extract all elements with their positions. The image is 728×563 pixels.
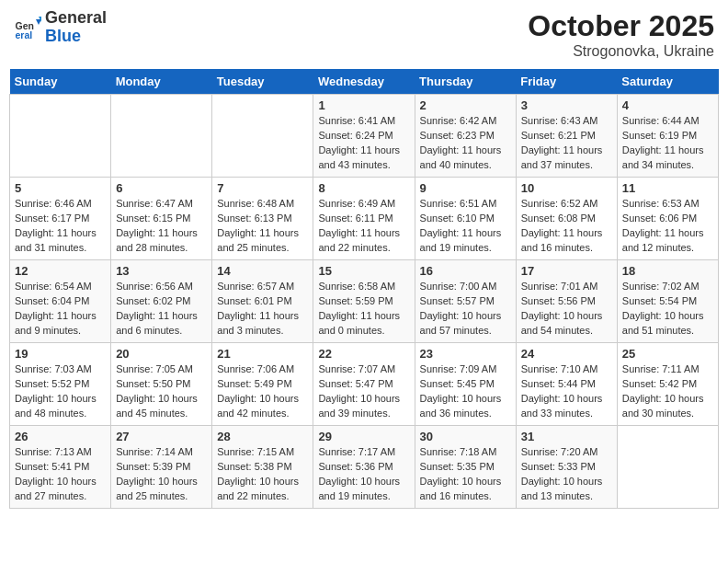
day-number: 6 [116, 181, 207, 195]
day-info: Sunrise: 6:58 AM Sunset: 5:59 PM Dayligh… [318, 280, 409, 339]
calendar-cell: 20Sunrise: 7:05 AM Sunset: 5:50 PM Dayli… [111, 343, 212, 426]
calendar-week-5: 26Sunrise: 7:13 AM Sunset: 5:41 PM Dayli… [10, 426, 719, 509]
calendar-cell: 18Sunrise: 7:02 AM Sunset: 5:54 PM Dayli… [617, 260, 718, 343]
day-info: Sunrise: 7:13 AM Sunset: 5:41 PM Dayligh… [15, 445, 106, 504]
calendar-cell: 14Sunrise: 6:57 AM Sunset: 6:01 PM Dayli… [212, 260, 313, 343]
calendar-cell: 22Sunrise: 7:07 AM Sunset: 5:47 PM Dayli… [313, 343, 415, 426]
day-info: Sunrise: 7:05 AM Sunset: 5:50 PM Dayligh… [116, 362, 207, 421]
calendar-cell [617, 426, 718, 509]
calendar-cell: 8Sunrise: 6:49 AM Sunset: 6:11 PM Daylig… [313, 178, 415, 260]
logo-general-text: General [45, 9, 107, 28]
day-number: 5 [15, 181, 106, 195]
day-number: 14 [217, 264, 308, 278]
calendar-cell: 15Sunrise: 6:58 AM Sunset: 5:59 PM Dayli… [313, 260, 415, 343]
calendar-cell: 27Sunrise: 7:14 AM Sunset: 5:39 PM Dayli… [111, 426, 212, 509]
month-title: October 2025 [528, 9, 714, 43]
day-info: Sunrise: 7:00 AM Sunset: 5:57 PM Dayligh… [420, 280, 511, 339]
weekday-header-row: SundayMondayTuesdayWednesdayThursdayFrid… [10, 69, 719, 95]
calendar-cell [212, 95, 313, 178]
day-number: 29 [318, 430, 409, 443]
day-info: Sunrise: 6:49 AM Sunset: 6:11 PM Dayligh… [318, 197, 409, 256]
location-subtitle: Strogonovka, Ukraine [528, 43, 714, 60]
calendar-cell: 28Sunrise: 7:15 AM Sunset: 5:38 PM Dayli… [212, 426, 313, 509]
day-info: Sunrise: 6:47 AM Sunset: 6:15 PM Dayligh… [116, 197, 207, 256]
day-info: Sunrise: 7:10 AM Sunset: 5:44 PM Dayligh… [521, 362, 612, 421]
calendar-cell: 21Sunrise: 7:06 AM Sunset: 5:49 PM Dayli… [212, 343, 313, 426]
day-number: 25 [622, 347, 713, 361]
weekday-header-friday: Friday [516, 69, 617, 95]
day-number: 10 [521, 181, 612, 195]
day-info: Sunrise: 7:15 AM Sunset: 5:38 PM Dayligh… [217, 445, 308, 504]
day-info: Sunrise: 7:09 AM Sunset: 5:45 PM Dayligh… [420, 362, 511, 421]
calendar-cell: 19Sunrise: 7:03 AM Sunset: 5:52 PM Dayli… [10, 343, 111, 426]
day-info: Sunrise: 7:01 AM Sunset: 5:56 PM Dayligh… [521, 280, 612, 339]
day-info: Sunrise: 7:07 AM Sunset: 5:47 PM Dayligh… [318, 362, 409, 421]
page-header: Gen eral General Blue October 2025 Strog… [9, 9, 719, 60]
calendar-cell: 13Sunrise: 6:56 AM Sunset: 6:02 PM Dayli… [111, 260, 212, 343]
day-number: 24 [521, 347, 612, 361]
day-number: 8 [318, 181, 409, 195]
calendar-cell: 25Sunrise: 7:11 AM Sunset: 5:42 PM Dayli… [617, 343, 718, 426]
logo-blue-text: Blue [45, 28, 107, 46]
calendar-cell: 12Sunrise: 6:54 AM Sunset: 6:04 PM Dayli… [10, 260, 111, 343]
day-info: Sunrise: 6:52 AM Sunset: 6:08 PM Dayligh… [521, 197, 612, 256]
day-info: Sunrise: 7:14 AM Sunset: 5:39 PM Dayligh… [116, 445, 207, 504]
calendar-cell: 4Sunrise: 6:44 AM Sunset: 6:19 PM Daylig… [617, 95, 718, 178]
day-info: Sunrise: 6:57 AM Sunset: 6:01 PM Dayligh… [217, 280, 308, 339]
weekday-header-monday: Monday [111, 69, 212, 95]
day-number: 15 [318, 264, 409, 278]
calendar-week-4: 19Sunrise: 7:03 AM Sunset: 5:52 PM Dayli… [10, 343, 719, 426]
calendar-cell: 17Sunrise: 7:01 AM Sunset: 5:56 PM Dayli… [516, 260, 617, 343]
day-info: Sunrise: 6:44 AM Sunset: 6:19 PM Dayligh… [622, 114, 713, 173]
day-number: 23 [420, 347, 511, 361]
calendar-cell: 16Sunrise: 7:00 AM Sunset: 5:57 PM Dayli… [415, 260, 516, 343]
day-number: 9 [420, 181, 511, 195]
day-info: Sunrise: 6:53 AM Sunset: 6:06 PM Dayligh… [622, 197, 713, 256]
day-number: 22 [318, 347, 409, 361]
day-info: Sunrise: 6:51 AM Sunset: 6:10 PM Dayligh… [420, 197, 511, 256]
calendar-cell: 23Sunrise: 7:09 AM Sunset: 5:45 PM Dayli… [415, 343, 516, 426]
day-info: Sunrise: 7:06 AM Sunset: 5:49 PM Dayligh… [217, 362, 308, 421]
day-number: 7 [217, 181, 308, 195]
day-number: 1 [318, 98, 409, 112]
logo-icon: Gen eral [14, 14, 41, 41]
day-info: Sunrise: 7:03 AM Sunset: 5:52 PM Dayligh… [15, 362, 106, 421]
day-number: 31 [521, 430, 612, 443]
calendar-cell: 10Sunrise: 6:52 AM Sunset: 6:08 PM Dayli… [516, 178, 617, 260]
day-info: Sunrise: 6:42 AM Sunset: 6:23 PM Dayligh… [420, 114, 511, 173]
day-number: 20 [116, 347, 207, 361]
calendar-cell: 2Sunrise: 6:42 AM Sunset: 6:23 PM Daylig… [415, 95, 516, 178]
day-number: 2 [420, 98, 511, 112]
calendar-cell: 24Sunrise: 7:10 AM Sunset: 5:44 PM Dayli… [516, 343, 617, 426]
calendar-cell: 11Sunrise: 6:53 AM Sunset: 6:06 PM Dayli… [617, 178, 718, 260]
calendar-cell: 6Sunrise: 6:47 AM Sunset: 6:15 PM Daylig… [111, 178, 212, 260]
day-number: 26 [15, 430, 106, 443]
weekday-header-saturday: Saturday [617, 69, 718, 95]
weekday-header-wednesday: Wednesday [313, 69, 415, 95]
day-number: 18 [622, 264, 713, 278]
calendar-cell: 9Sunrise: 6:51 AM Sunset: 6:10 PM Daylig… [415, 178, 516, 260]
day-info: Sunrise: 6:43 AM Sunset: 6:21 PM Dayligh… [521, 114, 612, 173]
day-info: Sunrise: 7:18 AM Sunset: 5:35 PM Dayligh… [420, 445, 511, 504]
calendar-week-1: 1Sunrise: 6:41 AM Sunset: 6:24 PM Daylig… [10, 95, 719, 178]
calendar-cell: 31Sunrise: 7:20 AM Sunset: 5:33 PM Dayli… [516, 426, 617, 509]
day-info: Sunrise: 7:02 AM Sunset: 5:54 PM Dayligh… [622, 280, 713, 339]
day-info: Sunrise: 6:46 AM Sunset: 6:17 PM Dayligh… [15, 197, 106, 256]
logo: Gen eral General Blue [14, 9, 107, 46]
day-info: Sunrise: 6:56 AM Sunset: 6:02 PM Dayligh… [116, 280, 207, 339]
day-number: 27 [116, 430, 207, 443]
calendar-table: SundayMondayTuesdayWednesdayThursdayFrid… [9, 69, 719, 509]
day-info: Sunrise: 6:41 AM Sunset: 6:24 PM Dayligh… [318, 114, 409, 173]
weekday-header-thursday: Thursday [415, 69, 516, 95]
calendar-week-2: 5Sunrise: 6:46 AM Sunset: 6:17 PM Daylig… [10, 178, 719, 260]
day-info: Sunrise: 7:17 AM Sunset: 5:36 PM Dayligh… [318, 445, 409, 504]
weekday-header-tuesday: Tuesday [212, 69, 313, 95]
day-number: 12 [15, 264, 106, 278]
calendar-cell: 29Sunrise: 7:17 AM Sunset: 5:36 PM Dayli… [313, 426, 415, 509]
day-number: 3 [521, 98, 612, 112]
svg-text:eral: eral [16, 29, 33, 40]
day-number: 13 [116, 264, 207, 278]
weekday-header-sunday: Sunday [10, 69, 111, 95]
calendar-cell: 26Sunrise: 7:13 AM Sunset: 5:41 PM Dayli… [10, 426, 111, 509]
day-info: Sunrise: 7:11 AM Sunset: 5:42 PM Dayligh… [622, 362, 713, 421]
